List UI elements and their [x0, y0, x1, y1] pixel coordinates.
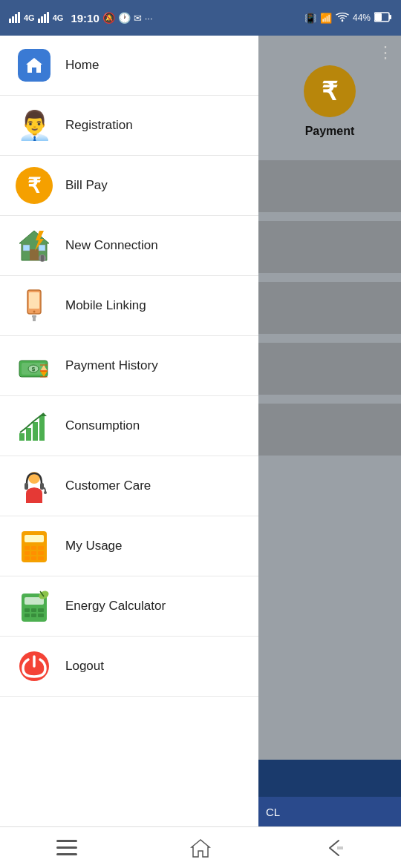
svg-rect-23	[32, 315, 36, 318]
nav-home-button[interactable]	[175, 832, 226, 864]
bottom-label-section: CL	[258, 797, 401, 826]
svg-rect-7	[47, 12, 49, 23]
menu-logout-label: Logout	[65, 659, 104, 674]
svg-rect-21	[29, 292, 39, 309]
menu-item-my-usage[interactable]: My Usage	[0, 516, 258, 576]
svg-rect-14	[30, 249, 39, 260]
svg-rect-66	[56, 846, 77, 849]
customer-care-icon	[15, 467, 53, 505]
svg-rect-5	[41, 16, 43, 23]
svg-rect-46	[31, 546, 36, 550]
right-panel-top: ₹ Payment	[258, 36, 401, 760]
svg-rect-68	[337, 846, 343, 849]
signal-4g-2	[38, 11, 50, 25]
menu-item-home[interactable]: Home	[0, 36, 258, 96]
svg-rect-65	[56, 840, 77, 842]
registration-icon: 👨‍💼	[15, 106, 53, 145]
menu-mobile-linking-label: Mobile Linking	[65, 298, 146, 313]
svg-rect-61	[38, 614, 44, 617]
nav-hamburger-button[interactable]	[42, 834, 92, 862]
menu-item-energy-calculator[interactable]: Energy Calculator	[0, 576, 258, 637]
signal-4g-1	[9, 11, 21, 25]
menu-energy-calculator-label: Energy Calculator	[65, 599, 166, 614]
menu-item-mobile-linking[interactable]: Mobile Linking	[0, 276, 258, 336]
my-usage-icon	[15, 527, 53, 565]
svg-rect-15	[23, 245, 30, 251]
nav-back-button[interactable]	[309, 832, 359, 864]
dots-status: ···	[145, 13, 153, 24]
svg-rect-36	[33, 422, 38, 441]
payment-circle-icon: ₹	[304, 65, 356, 117]
gray-bar-1	[258, 160, 401, 212]
menu-registration-label: Registration	[65, 118, 133, 133]
bottom-dark-section	[258, 760, 401, 797]
menu-item-customer-care[interactable]: Customer Care	[0, 456, 258, 516]
svg-rect-3	[18, 12, 20, 23]
svg-rect-40	[25, 483, 28, 490]
bottom-nav	[0, 826, 401, 868]
call-icon: 📶	[320, 13, 332, 24]
menu-item-registration[interactable]: 👨‍💼 Registration	[0, 96, 258, 156]
status-left: 4G 4G 19:10 🔕 🕐 ✉ ···	[9, 11, 153, 25]
gray-bar-2	[258, 221, 401, 273]
svg-rect-16	[39, 245, 45, 251]
svg-rect-51	[25, 556, 30, 560]
svg-rect-45	[25, 546, 30, 550]
bottom-cl-label: CL	[266, 806, 280, 818]
svg-rect-44	[25, 535, 44, 542]
svg-rect-56	[25, 608, 30, 612]
wifi-icon	[336, 12, 349, 24]
dots-menu-button[interactable]: ⋮	[377, 43, 394, 62]
svg-rect-52	[31, 556, 36, 560]
svg-rect-59	[25, 614, 30, 617]
svg-rect-48	[25, 551, 30, 555]
svg-point-42	[44, 491, 47, 494]
menu-item-new-connection[interactable]: New Connection	[0, 216, 258, 276]
menu-my-usage-label: My Usage	[65, 539, 123, 553]
svg-rect-11	[389, 15, 391, 19]
rupee-circle-icon: ₹	[16, 167, 53, 204]
svg-rect-58	[38, 608, 44, 612]
new-connection-icon	[15, 226, 53, 265]
vibrate-icon: 📳	[304, 13, 316, 24]
svg-rect-47	[38, 546, 44, 550]
menu-customer-care-label: Customer Care	[65, 479, 151, 493]
gray-bar-4	[258, 343, 401, 395]
svg-rect-2	[15, 14, 17, 23]
svg-text:$: $	[32, 366, 36, 372]
payment-history-icon: $	[15, 346, 53, 385]
menu-item-bill-pay[interactable]: ₹ Bill Pay	[0, 156, 258, 216]
svg-rect-10	[375, 13, 382, 21]
main-layout: Home 👨‍💼 Registration ₹ Bill Pay	[0, 36, 401, 826]
svg-rect-60	[31, 614, 36, 617]
mobile-linking-icon	[15, 286, 53, 325]
gray-bar-3	[258, 282, 401, 334]
4g-label-1: 4G	[24, 13, 35, 22]
svg-point-22	[33, 311, 36, 313]
4g-label-2: 4G	[53, 13, 64, 22]
svg-rect-19	[41, 255, 44, 261]
bill-pay-icon: ₹	[15, 166, 53, 205]
consumption-icon	[15, 407, 53, 445]
menu-item-consumption[interactable]: Consumption	[0, 396, 258, 456]
menu-home-label: Home	[65, 58, 99, 73]
svg-rect-24	[33, 318, 36, 321]
payment-label: Payment	[305, 125, 355, 138]
battery-icon	[374, 12, 392, 24]
menu-new-connection-label: New Connection	[65, 238, 158, 253]
svg-point-8	[342, 19, 344, 22]
menu-item-logout[interactable]: Logout	[0, 637, 258, 697]
menu-payment-history-label: Payment History	[65, 358, 158, 373]
battery-percent: 44%	[353, 13, 371, 23]
drawer-menu: Home 👨‍💼 Registration ₹ Bill Pay	[0, 36, 258, 826]
svg-rect-35	[26, 428, 31, 441]
svg-rect-4	[38, 19, 40, 23]
svg-rect-0	[9, 19, 11, 23]
svg-rect-49	[31, 551, 36, 555]
gray-bar-5	[258, 404, 401, 456]
menu-consumption-label: Consumption	[65, 418, 140, 433]
status-right: 📳 📶 44%	[304, 12, 392, 24]
menu-item-payment-history[interactable]: $ Payment History	[0, 336, 258, 396]
menu-bill-pay-label: Bill Pay	[65, 178, 108, 193]
time-display: 19:10	[71, 12, 99, 24]
